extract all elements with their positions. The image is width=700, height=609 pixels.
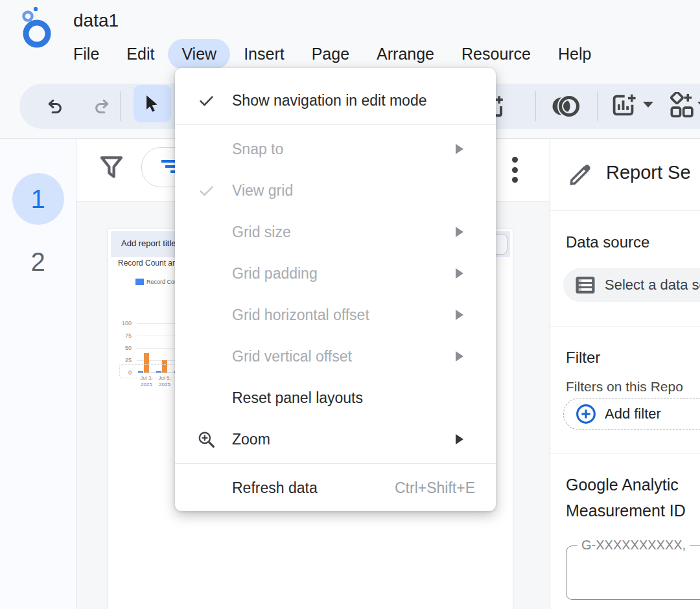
menu-help[interactable]: Help bbox=[544, 39, 605, 69]
menu-item-label: Zoom bbox=[232, 431, 270, 448]
menu-item-label: Grid size bbox=[232, 224, 291, 241]
report-title-placeholder[interactable]: Add report title bbox=[121, 238, 176, 248]
add-filter-button[interactable]: Add filter bbox=[563, 398, 700, 430]
page-number: 2 bbox=[30, 247, 45, 277]
menu-item-label: View grid bbox=[232, 182, 293, 200]
menu-item-reset-panel-layouts[interactable]: Reset panel layouts bbox=[175, 377, 496, 419]
looker-studio-window: data1 FileEditViewInsertPageArrangeResou… bbox=[0, 0, 700, 609]
submenu-arrow-icon bbox=[456, 268, 463, 279]
filter-subtext: Filters on this Repo bbox=[566, 379, 683, 395]
menu-separator bbox=[175, 463, 496, 464]
menu-bar: FileEditViewInsertPageArrangeResourceHel… bbox=[60, 38, 605, 70]
funnel-filter-icon[interactable] bbox=[99, 154, 124, 183]
y-axis-tick: 50 bbox=[113, 345, 132, 351]
ga-heading-line2: Measurement ID bbox=[566, 501, 686, 520]
page-item-1[interactable]: 1 bbox=[0, 173, 76, 225]
add-circle-icon bbox=[576, 404, 596, 424]
menu-page[interactable]: Page bbox=[298, 39, 363, 69]
menu-edit[interactable]: Edit bbox=[113, 39, 168, 69]
toolbar-divider bbox=[535, 91, 536, 121]
menu-item-label: Grid vertical offset bbox=[232, 348, 352, 365]
menu-item-label: Snap to bbox=[232, 141, 283, 158]
add-chart-icon bbox=[610, 92, 638, 121]
page-navigation: 12 bbox=[0, 139, 76, 609]
blend-icon bbox=[550, 95, 581, 118]
report-title[interactable]: data1 bbox=[73, 10, 119, 31]
submenu-arrow-icon bbox=[456, 144, 463, 154]
menu-insert[interactable]: Insert bbox=[230, 39, 298, 69]
ga-heading-line1: Google Analytic bbox=[566, 476, 679, 494]
menu-item-label: Grid horizontal offset bbox=[232, 306, 369, 324]
page-item-2[interactable]: 2 bbox=[0, 236, 76, 288]
menu-item-refresh-data[interactable]: Refresh dataCtrl+Shift+E bbox=[175, 467, 496, 509]
data-source-icon bbox=[575, 275, 596, 295]
ga-input-label: G-XXXXXXXXXX, bbox=[578, 538, 690, 553]
y-axis-tick: 25 bbox=[113, 357, 132, 363]
submenu-arrow-icon bbox=[456, 310, 463, 320]
menu-item-label: Grid padding bbox=[232, 265, 318, 282]
y-axis-tick: 75 bbox=[113, 332, 132, 339]
looker-studio-logo bbox=[19, 6, 56, 53]
menu-item-label: Reset panel layouts bbox=[232, 389, 363, 407]
add-chart-button[interactable] bbox=[605, 89, 643, 124]
menu-resource[interactable]: Resource bbox=[448, 39, 544, 69]
redo-icon bbox=[91, 95, 113, 117]
panel-title: Report Se bbox=[606, 162, 691, 183]
menu-item-zoom[interactable]: Zoom bbox=[175, 419, 496, 460]
toolbar-divider bbox=[120, 91, 121, 121]
add-control-icon bbox=[667, 92, 695, 121]
menu-item-show-navigation-in-edit-mode[interactable]: Show navigation in edit mode bbox=[175, 80, 496, 121]
data-source-heading: Data source bbox=[566, 233, 649, 251]
menu-separator bbox=[175, 124, 496, 125]
blend-data-button[interactable] bbox=[546, 90, 585, 122]
menu-item-grid-padding[interactable]: Grid padding bbox=[175, 253, 496, 294]
add-control-button[interactable] bbox=[662, 89, 700, 124]
menu-item-label: Refresh data bbox=[232, 479, 318, 497]
redo-button[interactable] bbox=[82, 90, 123, 122]
add-filter-label: Add filter bbox=[605, 406, 661, 422]
panel-divider bbox=[550, 210, 700, 211]
menu-item-view-grid[interactable]: View grid bbox=[175, 170, 496, 211]
filter-heading: Filter bbox=[566, 349, 600, 367]
page-number: 1 bbox=[30, 185, 45, 214]
menu-item-label: Show navigation in edit mode bbox=[232, 92, 426, 109]
zoom-in-icon bbox=[193, 430, 219, 450]
cursor-icon bbox=[144, 95, 161, 113]
select-data-source-button[interactable]: Select a data so bbox=[563, 268, 700, 302]
checkmark-icon bbox=[193, 92, 219, 109]
ga-measurement-id-input[interactable] bbox=[566, 546, 700, 600]
select-data-source-label: Select a data so bbox=[605, 277, 700, 293]
menu-arrange[interactable]: Arrange bbox=[363, 39, 448, 69]
menu-item-grid-size[interactable]: Grid size bbox=[175, 211, 496, 253]
pencil-icon bbox=[567, 161, 594, 188]
checkmark-icon bbox=[193, 182, 219, 200]
menu-file[interactable]: File bbox=[60, 39, 113, 69]
menu-item-grid-horizontal-offset[interactable]: Grid horizontal offset bbox=[175, 294, 496, 336]
report-settings-panel: Report Se Data source Select a data so F… bbox=[550, 139, 700, 609]
menu-item-grid-vertical-offset[interactable]: Grid vertical offset bbox=[175, 336, 496, 377]
submenu-arrow-icon bbox=[456, 227, 463, 237]
add-control-dropdown-caret[interactable] bbox=[697, 102, 700, 108]
canvas-more-options-button[interactable] bbox=[512, 157, 519, 183]
panel-divider bbox=[550, 327, 700, 327]
submenu-arrow-icon bbox=[456, 351, 463, 362]
submenu-arrow-icon bbox=[456, 434, 463, 444]
toolbar-divider bbox=[597, 91, 598, 121]
menu-view[interactable]: View bbox=[168, 39, 230, 69]
y-axis-tick: 100 bbox=[113, 320, 132, 327]
menu-item-snap-to[interactable]: Snap to bbox=[175, 128, 496, 170]
menu-shortcut: Ctrl+Shift+E bbox=[395, 479, 475, 497]
view-menu-dropdown: Show navigation in edit modeSnap toView … bbox=[175, 68, 496, 511]
panel-divider bbox=[550, 453, 700, 454]
undo-icon bbox=[43, 95, 65, 117]
undo-button[interactable] bbox=[34, 90, 75, 122]
add-chart-dropdown-caret[interactable] bbox=[643, 102, 653, 108]
legend-swatch bbox=[135, 279, 144, 285]
select-tool-button[interactable] bbox=[134, 85, 171, 122]
